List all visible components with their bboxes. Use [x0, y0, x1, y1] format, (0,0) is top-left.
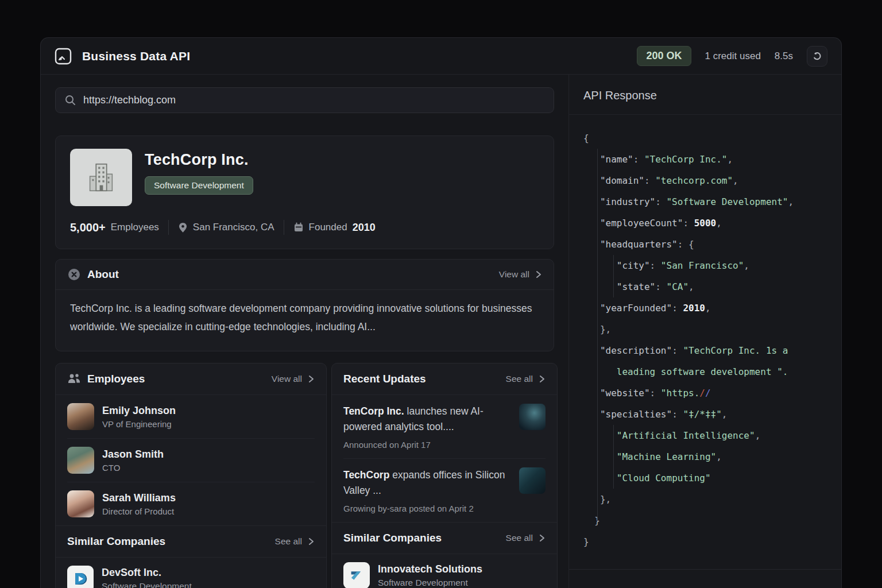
- indent-guide: [613, 255, 614, 297]
- api-response-title: API Response: [569, 75, 841, 115]
- code-line: "name": "TechCorp Inc.",: [583, 149, 835, 170]
- avatar: [67, 447, 94, 474]
- avatar: [67, 403, 94, 430]
- founded-stat: Founded 2010: [293, 222, 376, 234]
- code-line: },: [583, 489, 835, 510]
- code-line: "Artificial Intelligence",: [583, 425, 835, 446]
- update-thumbnail: [519, 404, 546, 430]
- employees-card: Employees View all: [55, 363, 327, 588]
- updates-title: Recent Updates: [343, 373, 426, 385]
- search-bar[interactable]: [55, 87, 554, 113]
- api-response-panel: API Response {"name": "TechCorp Inc.","d…: [569, 75, 841, 588]
- location-stat: San Francisco, CA: [178, 222, 274, 233]
- calendar-icon: [293, 222, 304, 233]
- url-input[interactable]: [83, 94, 545, 106]
- similar-companies-title: Similar Companies: [343, 532, 442, 544]
- about-view-all-button[interactable]: View all: [499, 269, 542, 280]
- similar-companies-see-all-button[interactable]: See all: [506, 533, 546, 543]
- employee-count: 5,000+: [70, 221, 106, 234]
- divider: [168, 220, 169, 235]
- industry-badge: Software Development: [145, 176, 253, 195]
- code-line: }: [583, 531, 835, 552]
- code-line: "industry": "Software Development",: [583, 191, 835, 212]
- search-section: [41, 75, 568, 121]
- employee-row[interactable]: Emily Johnson VP of Engineering: [56, 395, 326, 438]
- chevron-right-icon: [308, 375, 315, 383]
- similar-companies-title: Similar Companies: [67, 535, 165, 548]
- founded-label: Founded: [309, 222, 347, 233]
- app-window: Business Data API 200 OK 1 credit used 8…: [40, 37, 842, 588]
- updates-card: Recent Updates See all: [331, 363, 558, 588]
- indent-guide: [613, 425, 614, 489]
- code-line: "employeeCount": 5000,: [583, 212, 835, 234]
- code-line: "city": "San Francisco",: [583, 255, 835, 276]
- code-line: "Machine Learning",: [583, 446, 835, 467]
- company-card: TechCorp Inc. Software Development 5,000…: [55, 136, 554, 249]
- similar-companies-see-all-button[interactable]: See all: [275, 536, 315, 547]
- about-text: TechCorp Inc. is a leading software deve…: [56, 290, 554, 351]
- employees-title: Employees: [87, 373, 145, 385]
- chevron-right-icon: [539, 375, 546, 383]
- about-x-circle-icon: [67, 268, 81, 281]
- code-line: },: [583, 319, 835, 340]
- similar-company-row[interactable]: Innovatech Solutions Software Developmen…: [332, 554, 557, 588]
- response-time: 8.5s: [775, 51, 793, 62]
- building-icon: [83, 160, 119, 195]
- founded-year: 2010: [353, 222, 376, 234]
- update-thumbnail: [519, 467, 546, 494]
- status-badge: 200 OK: [637, 46, 691, 66]
- devsoft-logo: [67, 566, 94, 588]
- divider: [569, 569, 841, 570]
- results-content: TechCorp Inc. Software Development 5,000…: [41, 121, 568, 588]
- update-meta: Growing by-sara posted on Aprit 2: [343, 504, 511, 513]
- location-text: San Francisco, CA: [193, 222, 274, 233]
- update-meta: Announced on Aprit 17: [343, 440, 511, 450]
- innovatech-logo: [343, 562, 370, 588]
- employees-icon: [67, 373, 81, 385]
- about-title: About: [87, 268, 119, 281]
- similar-company-row[interactable]: DevSoft Inc. Software Development: [56, 558, 326, 588]
- code-line: "headquarters": {: [583, 234, 835, 255]
- app-logo-icon: [55, 48, 72, 65]
- about-card: About View all TechCorp Inc. is a leadin…: [55, 259, 554, 351]
- code-line: "domain": "techcorp.com",: [583, 170, 835, 191]
- update-row[interactable]: TechCorp expands offices in Silicon Vall…: [332, 459, 557, 522]
- results-column: TechCorp Inc. Software Development 5,000…: [41, 75, 569, 588]
- location-pin-icon: [178, 222, 188, 233]
- employee-count-stat: 5,000+ Employees: [70, 221, 159, 234]
- chevron-right-icon: [535, 270, 542, 278]
- search-icon: [64, 94, 76, 106]
- code-line: "description": "TechCorp Inc. 1s a: [583, 340, 835, 361]
- company-logo: [70, 149, 132, 206]
- code-line: {: [583, 127, 835, 149]
- code-line: "Cloud Computing": [583, 467, 835, 489]
- employee-row[interactable]: Jason Smith CTO: [56, 439, 326, 482]
- code-line: "website": "https.//: [583, 382, 835, 404]
- employees-view-all-button[interactable]: View all: [272, 374, 315, 384]
- credits-used: 1 credit used: [705, 51, 761, 62]
- divider: [284, 220, 284, 235]
- refresh-icon: [811, 51, 823, 62]
- json-code: {"name": "TechCorp Inc.","domain": "tech…: [569, 115, 841, 552]
- code-line: }: [583, 510, 835, 531]
- code-line: "specialties": "‡/*‡‡",: [583, 404, 835, 425]
- code-line: "yearFounded": 2010,: [583, 297, 835, 319]
- updates-see-all-button[interactable]: See all: [506, 374, 546, 384]
- company-name: TechCorp Inc.: [145, 151, 253, 169]
- indent-guide: [597, 149, 598, 521]
- avatar: [67, 490, 94, 517]
- employee-row[interactable]: Sarah Williams Director of Product: [56, 482, 326, 525]
- refresh-button[interactable]: [807, 46, 827, 67]
- app-header: Business Data API 200 OK 1 credit used 8…: [41, 38, 841, 75]
- code-line: "state": "CA",: [583, 276, 835, 297]
- chevron-right-icon: [539, 534, 546, 542]
- page-title: Business Data API: [82, 49, 190, 63]
- code-line: leading software development ".: [583, 361, 835, 382]
- update-row[interactable]: TenCorp Inc. launches new AI-powered ana…: [332, 395, 557, 458]
- chevron-right-icon: [308, 537, 315, 546]
